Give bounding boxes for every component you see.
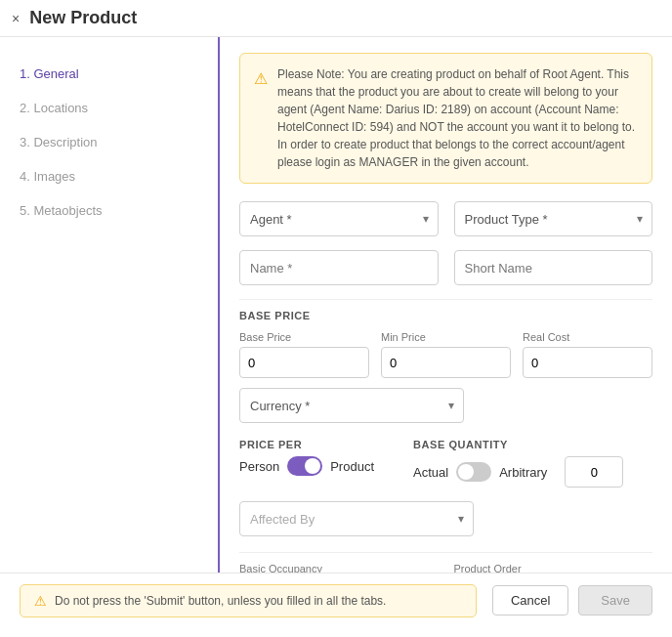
name-input[interactable] [239,250,439,285]
min-price-group: Min Price [381,331,511,378]
notice-box: ⚠ Please Note: You are creating product … [239,53,652,184]
base-price-input[interactable] [239,347,369,378]
currency-row: Currency * [239,388,464,423]
main-layout: 1. General 2. Locations 3. Description 4… [0,37,672,573]
footer: ⚠ Do not press the 'Submit' button, unle… [0,573,672,627]
page-header: × New Product [0,0,672,37]
actual-label: Actual [413,465,448,480]
sidebar: 1. General 2. Locations 3. Description 4… [0,37,220,573]
base-quantity-label: BASE QUANTITY [413,439,623,450]
short-name-group [454,250,653,285]
price-per-toggle-row: Person Product [239,456,374,476]
price-per-section: PRICE PER Person Product BASE QUANTITY A… [239,439,652,488]
quantity-input[interactable] [565,456,623,488]
product-label: Product [330,459,374,474]
currency-select-wrapper: Currency * [239,388,464,423]
short-name-input[interactable] [454,250,653,285]
base-quantity-toggle[interactable] [456,462,491,482]
main-content: ⚠ Please Note: You are creating product … [220,37,672,573]
footer-warning-text: Do not press the 'Submit' button, unless… [55,594,386,608]
footer-warning-icon: ⚠ [34,593,47,609]
base-price-group: Base Price [239,331,369,378]
base-quantity-block: BASE QUANTITY Actual Arbitrary [413,439,623,488]
product-order-group: Product Order [454,563,653,573]
sidebar-item-general[interactable]: 1. General [0,57,218,91]
name-group [239,250,439,285]
affected-by-select[interactable]: Affected By [239,501,474,536]
base-price-label: BASE PRICE [239,310,652,321]
sidebar-item-locations[interactable]: 2. Locations [0,91,218,125]
name-row [239,250,652,285]
price-per-label: PRICE PER [239,439,374,450]
cancel-button[interactable]: Cancel [492,585,568,616]
agent-select-wrapper: Agent * [239,201,439,236]
agent-group: Agent * [239,201,439,236]
occupancy-row: Basic Occupancy Product Order [239,563,652,573]
sidebar-item-description[interactable]: 3. Description [0,125,218,159]
agent-select[interactable]: Agent * [239,201,439,236]
sidebar-item-images[interactable]: 4. Images [0,159,218,193]
base-quantity-toggle-row: Actual Arbitrary [413,456,623,488]
sidebar-item-metaobjects[interactable]: 5. Metaobjects [0,193,218,228]
agent-product-row: Agent * Product Type * [239,201,652,236]
person-label: Person [239,459,279,474]
save-button[interactable]: Save [578,585,652,616]
currency-group: Currency * [239,388,464,423]
basic-occupancy-label: Basic Occupancy [239,563,439,573]
base-price-field-label: Base Price [239,331,369,343]
real-cost-label: Real Cost [523,331,652,343]
min-price-label: Min Price [381,331,511,343]
close-button[interactable]: × [12,11,20,26]
basic-occupancy-group: Basic Occupancy [239,563,439,573]
price-per-toggle[interactable] [287,456,322,476]
price-per-block: PRICE PER Person Product [239,439,374,476]
page-title: New Product [29,8,137,28]
real-cost-group: Real Cost [523,331,652,378]
base-price-section: BASE PRICE Base Price Min Price Real Cos… [239,310,652,423]
footer-warning: ⚠ Do not press the 'Submit' button, unle… [20,584,477,617]
currency-select[interactable]: Currency * [239,388,464,423]
price-row: Base Price Min Price Real Cost [239,331,652,378]
affected-row: Affected By [239,501,474,536]
product-order-label: Product Order [454,563,653,573]
arbitrary-label: Arbitrary [499,465,547,480]
affected-by-select-wrapper: Affected By [239,501,474,536]
warning-icon: ⚠ [254,67,268,171]
footer-buttons: Cancel Save [492,585,652,616]
min-price-input[interactable] [381,347,511,378]
notice-text: Please Note: You are creating product on… [277,65,638,171]
product-type-select[interactable]: Product Type * [454,201,653,236]
real-cost-input[interactable] [523,347,652,378]
product-type-group: Product Type * [454,201,653,236]
product-type-select-wrapper: Product Type * [454,201,653,236]
